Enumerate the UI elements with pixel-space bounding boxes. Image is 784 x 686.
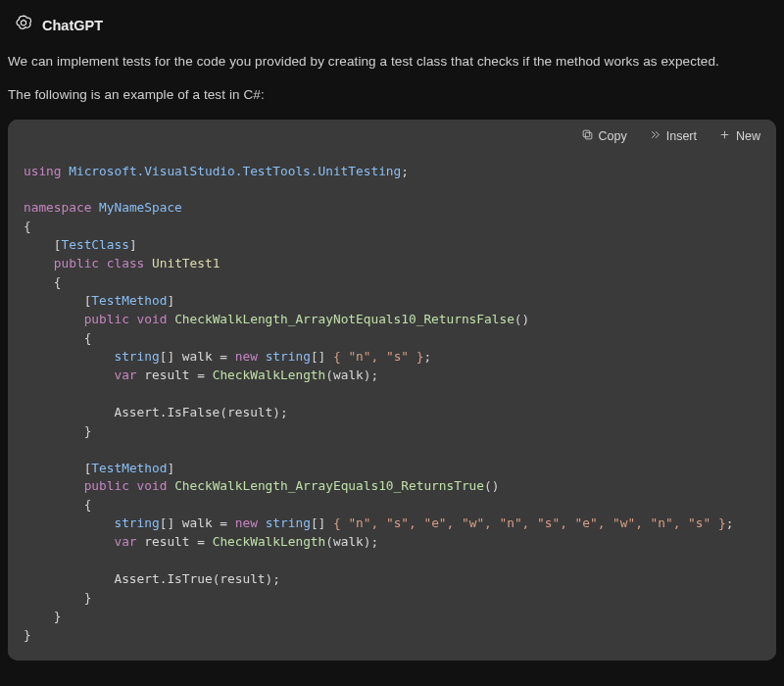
code-toolbar: Copy Insert New — [8, 120, 776, 153]
chat-title: ChatGPT — [42, 18, 103, 33]
message-content: We can implement tests for the code you … — [0, 52, 784, 661]
svg-rect-1 — [583, 130, 590, 137]
plus-icon — [718, 128, 731, 144]
copy-icon — [581, 128, 594, 144]
new-button[interactable]: New — [718, 128, 760, 144]
chat-header: ChatGPT — [0, 0, 784, 46]
copy-button[interactable]: Copy — [581, 128, 627, 144]
svg-rect-0 — [585, 132, 592, 139]
message-paragraph-1: We can implement tests for the code you … — [8, 52, 776, 72]
copy-label: Copy — [599, 129, 627, 143]
new-label: New — [736, 129, 760, 143]
code-block-container: Copy Insert New using Microsoft.VisualSt… — [8, 120, 776, 661]
chatgpt-logo-icon — [14, 14, 33, 36]
code-block: using Microsoft.VisualStudio.TestTools.U… — [8, 153, 776, 661]
insert-label: Insert — [666, 129, 697, 143]
insert-icon — [649, 128, 662, 144]
message-paragraph-2: The following is an example of a test in… — [8, 85, 776, 105]
insert-button[interactable]: Insert — [649, 128, 697, 144]
